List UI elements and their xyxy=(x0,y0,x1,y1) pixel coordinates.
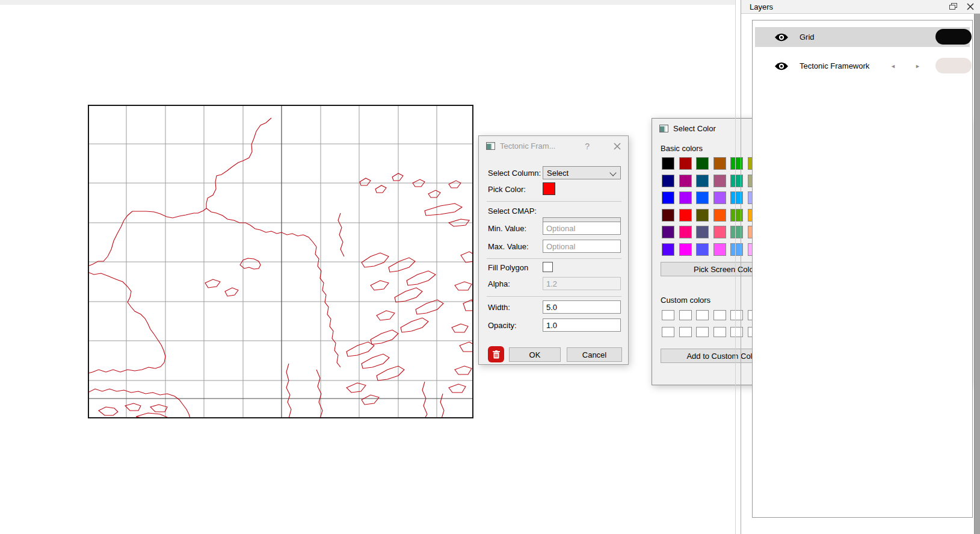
basic-color-swatch[interactable] xyxy=(696,157,709,170)
basic-color-swatch[interactable] xyxy=(730,191,743,204)
tectonic-cancel-button[interactable]: Cancel xyxy=(567,347,622,362)
tectonic-outline xyxy=(375,185,386,193)
tectonic-outline xyxy=(205,279,220,288)
tectonic-dialog: Tectonic Fram... ? Select Column: Select… xyxy=(478,135,629,365)
dock-divider[interactable] xyxy=(735,0,736,534)
basic-color-swatch[interactable] xyxy=(713,209,726,222)
max-value-label: Max. Value: xyxy=(488,242,529,251)
basic-color-swatch[interactable] xyxy=(730,243,743,256)
basic-color-swatch[interactable] xyxy=(730,175,743,187)
basic-color-swatch[interactable] xyxy=(662,209,674,222)
step-forward-icon[interactable]: ► xyxy=(915,63,920,69)
tectonic-outline xyxy=(362,354,389,368)
layer-label: Tectonic Framework xyxy=(800,61,869,70)
help-button[interactable]: ? xyxy=(585,141,590,151)
basic-color-swatch[interactable] xyxy=(696,226,709,238)
basic-color-swatch[interactable] xyxy=(713,191,726,204)
custom-color-swatch[interactable] xyxy=(730,327,743,337)
fill-polygon-checkbox[interactable] xyxy=(543,262,553,272)
tectonic-outline xyxy=(460,342,473,352)
color-dialog-icon xyxy=(659,125,668,132)
custom-color-swatch[interactable] xyxy=(730,310,743,320)
basic-color-swatch[interactable] xyxy=(696,191,709,204)
tectonic-ok-button[interactable]: OK xyxy=(509,347,561,362)
layer-row-grid[interactable]: Grid xyxy=(755,27,970,47)
opacity-input[interactable] xyxy=(546,321,617,330)
window-edge-strip xyxy=(974,14,980,534)
basic-color-swatch[interactable] xyxy=(662,175,674,187)
tectonic-outline xyxy=(428,190,440,197)
basic-color-swatch[interactable] xyxy=(696,209,709,222)
tectonic-close-icon[interactable] xyxy=(614,143,621,150)
tectonic-outline xyxy=(371,281,389,290)
custom-color-swatch[interactable] xyxy=(713,310,726,320)
custom-color-swatch[interactable] xyxy=(662,327,674,337)
visibility-eye-icon[interactable] xyxy=(774,61,789,71)
custom-color-swatch[interactable] xyxy=(696,327,709,337)
tectonic-outline xyxy=(407,271,436,285)
basic-color-swatch[interactable] xyxy=(730,157,743,170)
basic-color-swatch[interactable] xyxy=(730,226,743,238)
custom-color-swatch[interactable] xyxy=(713,327,726,337)
basic-color-swatch[interactable] xyxy=(730,209,743,222)
basic-color-swatch[interactable] xyxy=(662,243,674,256)
select-column-dropdown[interactable]: Select xyxy=(543,166,621,179)
max-value-input[interactable] xyxy=(546,242,617,251)
tectonic-outline xyxy=(377,311,395,320)
tectonic-outline xyxy=(360,178,371,185)
float-panel-icon[interactable] xyxy=(949,3,957,10)
basic-color-swatch[interactable] xyxy=(679,175,692,187)
basic-color-swatch[interactable] xyxy=(713,157,726,170)
tectonic-outline xyxy=(455,366,472,374)
tectonic-outline xyxy=(455,282,472,290)
basic-color-swatch[interactable] xyxy=(713,226,726,238)
basic-color-swatch[interactable] xyxy=(662,157,674,170)
basic-color-swatch[interactable] xyxy=(662,191,674,204)
custom-color-swatch[interactable] xyxy=(662,310,674,320)
dock-divider-line xyxy=(741,0,741,534)
basic-color-swatch[interactable] xyxy=(696,175,709,187)
basic-color-swatch[interactable] xyxy=(696,243,709,256)
color-dialog-title: Select Color xyxy=(673,124,716,133)
custom-color-swatch[interactable] xyxy=(679,327,692,337)
basic-color-swatch[interactable] xyxy=(679,209,692,222)
window-top-strip xyxy=(0,0,735,5)
width-label: Width: xyxy=(488,303,510,312)
basic-color-swatch[interactable] xyxy=(679,226,692,238)
tectonic-outline xyxy=(338,213,344,256)
tectonic-dialog-titlebar[interactable]: Tectonic Fram... ? xyxy=(479,136,628,156)
select-cmap-label: Select CMAP: xyxy=(488,206,537,216)
step-back-icon[interactable]: ◄ xyxy=(890,63,896,69)
divider xyxy=(487,201,621,202)
tectonic-outline xyxy=(150,405,167,412)
basic-color-swatch[interactable] xyxy=(662,226,674,238)
min-value-input[interactable] xyxy=(546,224,617,233)
tectonic-outline xyxy=(347,383,366,393)
layer-color-swatch[interactable] xyxy=(935,29,972,45)
layer-row-tectonic-framework[interactable]: Tectonic Framework ◄ ► xyxy=(755,56,970,76)
width-input[interactable] xyxy=(546,303,617,312)
basic-color-swatch[interactable] xyxy=(679,157,692,170)
basic-color-swatch[interactable] xyxy=(679,243,692,256)
visibility-eye-icon[interactable] xyxy=(774,33,789,42)
basic-color-swatch[interactable] xyxy=(679,191,692,204)
chevron-down-icon xyxy=(609,169,616,176)
custom-color-swatch[interactable] xyxy=(696,310,709,320)
layers-titlebar[interactable]: Layers xyxy=(741,0,980,14)
basic-color-swatch[interactable] xyxy=(713,243,726,256)
min-value-label: Min. Value: xyxy=(488,224,526,233)
divider xyxy=(487,296,621,297)
delete-layer-button[interactable] xyxy=(488,346,504,362)
layers-close-icon[interactable] xyxy=(967,3,974,10)
custom-color-swatch[interactable] xyxy=(679,310,692,320)
layers-list: Grid Tectonic Framework ◄ ► xyxy=(752,20,973,518)
tectonic-outline xyxy=(449,181,461,188)
tectonic-dialog-title: Tectonic Fram... xyxy=(500,141,555,151)
select-column-label: Select Column: xyxy=(488,169,541,178)
layer-color-swatch[interactable] xyxy=(935,58,972,73)
basic-color-swatch[interactable] xyxy=(713,175,726,187)
tectonic-outline xyxy=(286,364,291,418)
map-canvas[interactable] xyxy=(88,105,473,418)
select-column-value: Select xyxy=(547,169,569,178)
pick-color-button[interactable] xyxy=(543,182,555,195)
